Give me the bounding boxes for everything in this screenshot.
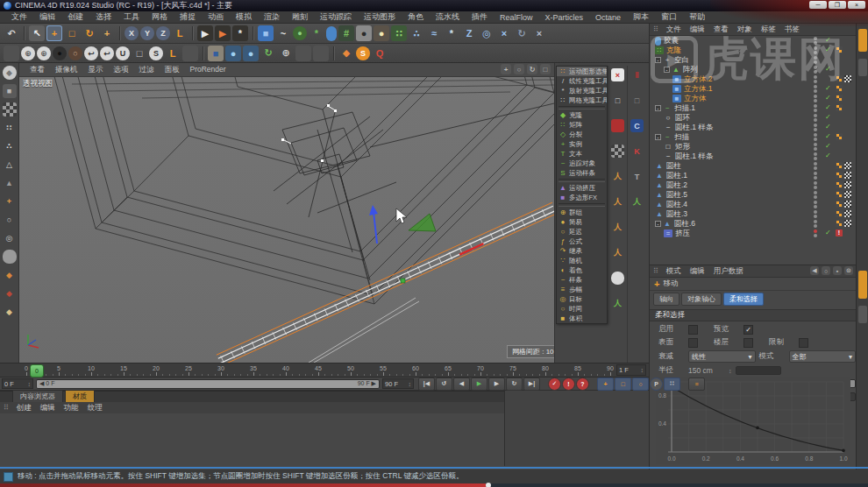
modeling-gear-1-icon[interactable]: ⊕ bbox=[21, 46, 35, 60]
object-row-克隆[interactable]: ∷克隆✓ bbox=[650, 46, 856, 55]
edges-mode-icon[interactable]: △ bbox=[3, 158, 17, 172]
object-row-空白[interactable]: -+空白 bbox=[650, 55, 856, 65]
enabled-check-icon[interactable]: ✓ bbox=[825, 229, 831, 236]
object-row-圆柱.5[interactable]: ▲圆柱.5 bbox=[650, 190, 856, 200]
enabled-check-icon[interactable]: ✓ bbox=[825, 142, 831, 150]
enabled-check-icon[interactable]: ✓ bbox=[825, 113, 831, 121]
rect-frame-icon[interactable]: □ bbox=[132, 46, 147, 61]
cube-outline-icon[interactable]: □ bbox=[611, 94, 624, 107]
menu-选择[interactable]: 选择 bbox=[89, 11, 117, 23]
s-mode-icon[interactable]: S bbox=[149, 46, 163, 60]
refresh-scene-icon[interactable]: ↻ bbox=[260, 46, 276, 61]
menu-流水线[interactable]: 流水线 bbox=[430, 11, 466, 23]
checker-tag-icon[interactable] bbox=[844, 220, 851, 227]
goto-end-button[interactable]: ▶| bbox=[523, 378, 540, 391]
orange-tag-icon[interactable] bbox=[836, 75, 843, 82]
octane-shield-icon[interactable]: ◆ bbox=[338, 46, 354, 61]
checker-tag-icon[interactable] bbox=[844, 162, 851, 169]
object-row-圆柱.1[interactable]: ▲圆柱.1 bbox=[650, 171, 856, 180]
viewport-toggle-icon[interactable]: □ bbox=[540, 64, 551, 74]
viewport-menu-摄像机[interactable]: 摄像机 bbox=[50, 65, 83, 75]
expand-toggle-icon[interactable]: - bbox=[655, 57, 661, 63]
timeline-options-button[interactable]: ≡ bbox=[688, 378, 705, 391]
object-row-圆柱.6[interactable]: -▲圆柱.6 bbox=[650, 219, 856, 229]
rotate-tool-icon[interactable]: ↻ bbox=[82, 25, 97, 41]
attribute-tab-对象轴心[interactable]: 对象轴心 bbox=[681, 293, 722, 306]
dark-grid-icon[interactable] bbox=[611, 145, 624, 158]
menu-网格[interactable]: 网格 bbox=[146, 11, 174, 23]
workplane-tile-1-icon[interactable]: ◆ bbox=[3, 268, 17, 282]
object-label[interactable]: 挤压 bbox=[675, 229, 690, 239]
menu-Octane[interactable]: Octane bbox=[589, 13, 627, 22]
lock-icon[interactable]: ▪ bbox=[833, 266, 842, 275]
snapping-ring-icon[interactable]: ◎ bbox=[3, 231, 17, 245]
enabled-check-icon[interactable]: ✓ bbox=[825, 152, 831, 159]
menu-渲染[interactable]: 渲染 bbox=[258, 11, 286, 23]
object-row-圆环[interactable]: ○圆环✓ bbox=[650, 113, 856, 123]
visibility-dots[interactable] bbox=[813, 229, 818, 237]
key-scale-toggle[interactable]: □ bbox=[615, 378, 631, 391]
orange-tag-icon[interactable] bbox=[836, 104, 843, 111]
enabled-check-icon[interactable]: ✓ bbox=[825, 84, 831, 92]
enable-axis-icon[interactable]: + bbox=[3, 194, 17, 208]
panel-grip-icon[interactable]: ⠿ bbox=[653, 267, 658, 275]
mograph-item-体积[interactable]: ■体积 bbox=[557, 314, 607, 323]
viewport[interactable]: 透视视图 网格间距 : 10 cm bbox=[19, 77, 554, 363]
prev-frame-button[interactable]: ◀ bbox=[453, 378, 470, 391]
mograph-item-克隆[interactable]: ◆克隆 bbox=[557, 110, 607, 120]
object-row-扫描.1[interactable]: -~扫描.1✓ bbox=[650, 103, 856, 113]
capsule-icon-icon[interactable] bbox=[611, 272, 624, 285]
object-row-圆柱.1 样条[interactable]: ~圆柱.1 样条✓ bbox=[650, 152, 856, 161]
mograph-item-网格克隆工具[interactable]: ∷网格克隆工具 bbox=[557, 95, 607, 105]
goto-start-button[interactable]: |◀ bbox=[418, 378, 435, 391]
enabled-check-icon[interactable]: ✓ bbox=[825, 103, 831, 111]
checkbox-楼层[interactable] bbox=[743, 338, 753, 348]
attribute-tab-轴向[interactable]: 轴向 bbox=[653, 293, 679, 306]
simulate-x-icon[interactable]: × bbox=[531, 25, 547, 41]
orange-tag-icon[interactable] bbox=[836, 133, 843, 140]
bottom-tab-材质[interactable]: 材质 bbox=[65, 390, 95, 402]
orange-tag-icon[interactable] bbox=[836, 162, 843, 169]
particles-icon[interactable]: * bbox=[444, 25, 459, 41]
enabled-check-icon[interactable]: ✓ bbox=[825, 132, 831, 140]
light-icon[interactable]: ● bbox=[374, 25, 389, 41]
material-menu-功能[interactable]: 功能 bbox=[60, 403, 83, 413]
enabled-check-icon[interactable]: ✓ bbox=[825, 46, 831, 53]
workplane-tile-3-icon[interactable]: ◆ bbox=[3, 305, 17, 319]
mograph-item-简易[interactable]: ●简易 bbox=[557, 217, 607, 227]
end-frame-field[interactable]: 90 F↕ bbox=[382, 378, 414, 389]
magnifier-icon[interactable]: Q bbox=[372, 46, 388, 61]
content-browser-window-icon[interactable]: ■ bbox=[208, 46, 224, 61]
menu-文件[interactable]: 文件 bbox=[5, 11, 33, 23]
key-parameter-toggle[interactable]: P bbox=[650, 378, 663, 391]
coordinate-system-icon[interactable]: L bbox=[172, 25, 188, 41]
red-cube-icon[interactable] bbox=[611, 119, 624, 132]
snap-cylinder-icon[interactable] bbox=[3, 250, 17, 264]
last-used-tool-icon[interactable]: + bbox=[99, 25, 115, 41]
mograph-item-样条[interactable]: ~样条 bbox=[557, 275, 607, 285]
object-row-胶囊[interactable]: 胶囊✓ bbox=[650, 36, 856, 46]
viewport-menu-面板[interactable]: 面板 bbox=[160, 65, 185, 75]
viewport-window-1-icon[interactable]: ● bbox=[225, 46, 241, 61]
orange-tag-icon[interactable] bbox=[836, 181, 843, 188]
menu-插件[interactable]: 插件 bbox=[466, 11, 494, 23]
record-keyframe-button[interactable]: ✓ bbox=[548, 378, 561, 391]
object-row-圆柱.3[interactable]: ▲圆柱.3 bbox=[650, 209, 856, 219]
menu-脚本[interactable]: 脚本 bbox=[627, 11, 655, 23]
mograph-item-多边形FX[interactable]: ■多边形FX bbox=[557, 193, 607, 202]
gear-icon[interactable]: ⊙ bbox=[844, 266, 853, 275]
panel-grip-icon[interactable]: ⠿ bbox=[4, 404, 9, 412]
visibility-dots[interactable] bbox=[813, 95, 818, 102]
lock-x-axis-icon[interactable]: X bbox=[125, 26, 139, 40]
visibility-dots[interactable] bbox=[813, 114, 818, 122]
visibility-dots[interactable] bbox=[813, 172, 818, 180]
texture-mode-icon[interactable] bbox=[3, 102, 17, 116]
visibility-dots[interactable] bbox=[813, 191, 818, 199]
attribute-tab-柔和选择[interactable]: 柔和选择 bbox=[723, 293, 764, 306]
polygons-mode-icon[interactable]: ▲ bbox=[3, 176, 17, 190]
mograph-item-线性克隆工具[interactable]: /线性克隆工具 bbox=[557, 76, 607, 86]
modeling-gear-2-icon[interactable]: ⊕ bbox=[37, 46, 51, 60]
mograph-item-实例[interactable]: +实例 bbox=[557, 139, 607, 149]
visibility-dots[interactable] bbox=[813, 75, 818, 83]
lock-y-axis-icon[interactable]: Y bbox=[140, 26, 154, 40]
